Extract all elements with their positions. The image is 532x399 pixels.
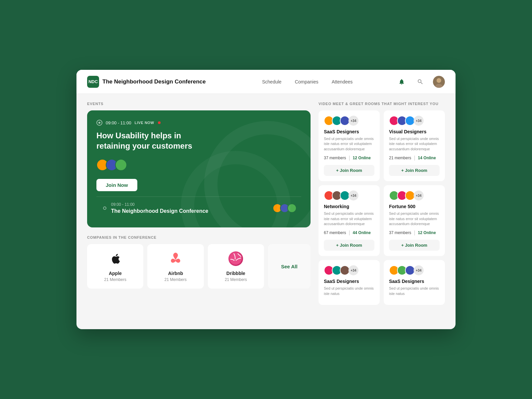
company-card-apple: Apple 21 Members bbox=[87, 244, 143, 289]
left-panel: EVENTS 09:00 - 11:00 LIVE NOW How Usabil… bbox=[87, 102, 311, 305]
company-name-apple: Apple bbox=[92, 271, 138, 276]
room-desc-1: Sed ut perspiciatis unde omnis iste natu… bbox=[389, 136, 440, 152]
nav-schedule[interactable]: Schedule bbox=[262, 79, 281, 84]
join-room-button-3[interactable]: + Join Room bbox=[389, 240, 440, 251]
room-online-1: 14 Online bbox=[418, 156, 436, 160]
join-now-button[interactable]: Join Now bbox=[96, 179, 137, 191]
company-card-dribbble: Dribbble 21 Members bbox=[208, 244, 264, 289]
room-members-0: 37 members bbox=[324, 156, 346, 160]
secondary-avatars bbox=[273, 203, 295, 213]
event-avatar-3 bbox=[115, 159, 127, 171]
room-avatar-more-3: +34 bbox=[414, 191, 424, 200]
room-stats-3: 37 members | 12 Online bbox=[389, 230, 440, 236]
event-avatars bbox=[96, 159, 301, 171]
see-all-label: See All bbox=[281, 264, 297, 269]
room-card-5: +34 SaaS Designers Sed ut perspiciatis u… bbox=[384, 260, 445, 305]
room-divider-0: | bbox=[349, 155, 350, 161]
logo-badge: NDC bbox=[87, 76, 99, 88]
room-stats-1: 21 members | 14 Online bbox=[389, 155, 440, 161]
room-card-3: +34 Fortune 500 Sed ut perspiciatis unde… bbox=[384, 185, 445, 256]
event-time: 09:00 - 11:00 bbox=[106, 120, 131, 125]
avatar-image bbox=[433, 76, 445, 88]
event-dot-indicator bbox=[96, 120, 102, 126]
room-avatar-more-1: +34 bbox=[414, 116, 424, 126]
company-members-apple: 21 Members bbox=[92, 277, 138, 282]
room-divider-3: | bbox=[414, 230, 415, 236]
room-avatars-5: +34 bbox=[389, 265, 440, 275]
company-card-airbnb: Airbnb 21 Members bbox=[147, 244, 203, 289]
join-room-button-2[interactable]: + Join Room bbox=[324, 240, 374, 251]
secondary-event-title: The Neighborhood Design Conference bbox=[111, 208, 268, 214]
room-members-2: 67 members bbox=[324, 230, 346, 235]
room-avatars-0: +34 bbox=[324, 116, 374, 126]
room-avatars-1: +34 bbox=[389, 116, 440, 126]
user-avatar[interactable] bbox=[433, 76, 445, 88]
airbnb-logo-icon bbox=[168, 251, 184, 267]
room-name-3: Fortune 500 bbox=[389, 204, 440, 209]
search-button[interactable] bbox=[414, 76, 426, 88]
main-content: EVENTS 09:00 - 11:00 LIVE NOW How Usabil… bbox=[76, 94, 456, 313]
room-avatar-more-5: +34 bbox=[414, 265, 424, 275]
secondary-avatar-1 bbox=[273, 203, 282, 213]
room-card-0: +34 SaaS Designers Sed ut perspiciatis u… bbox=[319, 110, 380, 181]
room-avatar-more-4: +34 bbox=[348, 265, 358, 275]
nav-companies[interactable]: Companies bbox=[295, 79, 319, 84]
apple-logo-icon bbox=[107, 251, 123, 267]
room-members-1: 21 members bbox=[389, 156, 411, 160]
companies-label: COMPANIES IN THE CONFERENCE bbox=[87, 235, 311, 239]
app-container: NDC The Neighborhood Design Conference S… bbox=[76, 70, 456, 329]
join-room-button-1[interactable]: + Join Room bbox=[389, 165, 440, 176]
svg-point-1 bbox=[437, 78, 441, 83]
room-name-1: Visual Designers bbox=[389, 129, 440, 134]
company-members-airbnb: 21 Members bbox=[153, 277, 198, 282]
search-icon bbox=[417, 78, 424, 85]
room-name-4: SaaS Designers bbox=[324, 279, 374, 284]
room-avatar-more-0: +34 bbox=[348, 116, 358, 126]
event-time-row: 09:00 - 11:00 LIVE NOW bbox=[96, 120, 301, 126]
room-stats-0: 37 members | 12 Online bbox=[324, 155, 374, 161]
dribbble-logo-icon bbox=[228, 251, 244, 267]
main-event-card: 09:00 - 11:00 LIVE NOW How Usability hel… bbox=[87, 110, 311, 227]
room-card-4: +34 SaaS Designers Sed ut perspiciatis u… bbox=[319, 260, 380, 305]
live-dot bbox=[158, 121, 161, 124]
company-members-dribbble: 21 Members bbox=[213, 277, 259, 282]
join-room-button-0[interactable]: + Join Room bbox=[324, 165, 374, 176]
room-desc-2: Sed ut perspiciatis unde omnis iste natu… bbox=[324, 211, 374, 226]
right-panel: VIDEO MEET & GREET ROOMS THAT MIGHT INTE… bbox=[319, 102, 445, 305]
room-stats-2: 67 members | 44 Online bbox=[324, 230, 374, 236]
header-actions bbox=[396, 76, 445, 88]
app-title: The Neighborhood Design Conference bbox=[102, 78, 206, 85]
company-name-airbnb: Airbnb bbox=[153, 271, 198, 276]
event-title: How Usability helps in retaining your cu… bbox=[96, 130, 209, 151]
secondary-event-time: 09:00 - 11:00 bbox=[111, 202, 268, 207]
secondary-avatar-3 bbox=[287, 203, 297, 213]
bell-icon bbox=[398, 78, 405, 85]
secondary-avatar-2 bbox=[280, 203, 289, 213]
room-card-2: +34 Networking Sed ut perspiciatis unde … bbox=[319, 185, 380, 256]
rooms-grid: +34 SaaS Designers Sed ut perspiciatis u… bbox=[319, 110, 445, 305]
room-divider-2: | bbox=[349, 230, 350, 236]
see-all-card[interactable]: See All bbox=[268, 244, 311, 289]
event-dot-inner bbox=[98, 122, 100, 124]
room-name-5: SaaS Designers bbox=[389, 279, 440, 284]
room-desc-0: Sed ut perspiciatis unde omnis iste natu… bbox=[324, 136, 374, 152]
room-avatars-4: +34 bbox=[324, 265, 374, 275]
logo-block: NDC The Neighborhood Design Conference bbox=[87, 76, 206, 88]
room-divider-1: | bbox=[414, 155, 415, 161]
room-members-3: 37 members bbox=[389, 230, 411, 235]
main-nav: Schedule Companies Attendees bbox=[219, 79, 396, 84]
company-name-dribbble: Dribbble bbox=[213, 271, 259, 276]
room-desc-5: Sed ut perspiciatis unde omnis iste natu… bbox=[389, 286, 440, 296]
header: NDC The Neighborhood Design Conference S… bbox=[76, 70, 456, 94]
secondary-dot bbox=[103, 206, 106, 210]
svg-point-3 bbox=[230, 253, 242, 265]
room-avatar-more-2: +34 bbox=[348, 191, 358, 200]
room-online-0: 12 Online bbox=[353, 156, 371, 160]
room-online-3: 12 Online bbox=[418, 230, 436, 235]
nav-attendees[interactable]: Attendees bbox=[332, 79, 352, 84]
companies-grid: Apple 21 Members Airbnb 21 Members bbox=[87, 244, 311, 289]
room-avatars-3: +34 bbox=[389, 191, 440, 200]
room-name-2: Networking bbox=[324, 204, 374, 209]
secondary-event: 09:00 - 11:00 The Neighborhood Design Co… bbox=[96, 197, 301, 219]
notification-button[interactable] bbox=[396, 76, 408, 88]
